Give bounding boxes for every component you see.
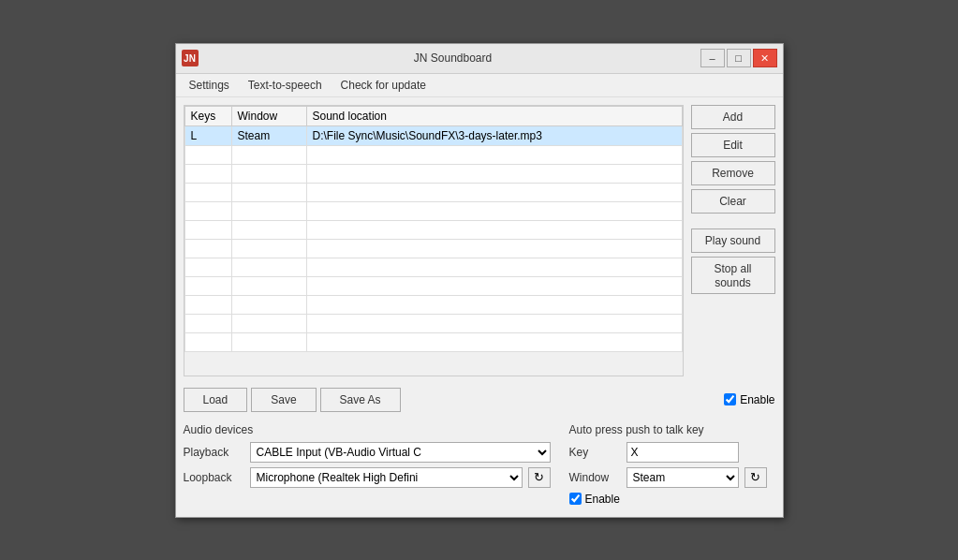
table-cell-window [231,258,306,276]
audio-devices-section: Audio devices Playback CABLE Input (VB-A… [184,423,551,506]
table-cell-window [231,314,306,332]
table-area: Keys Window Sound location LSteamD:\File… [184,105,684,376]
table-cell-sound_location [306,258,682,276]
table-row[interactable] [184,220,682,239]
loopback-row: Loopback Microphone (Realtek High Defini… [184,467,551,488]
enable-area: Enable [724,393,774,406]
table-cell-window [231,332,306,351]
table-row[interactable] [184,295,682,314]
bottom-buttons-row: Load Save Save As Enable [176,384,783,416]
main-window: JN JN Soundboard – □ ✕ Settings Text-to-… [175,43,784,518]
playback-select[interactable]: CABLE Input (VB-Audio Virtual C Default … [250,442,551,463]
play-sound-button[interactable]: Play sound [691,228,775,253]
playback-label: Playback [184,446,244,459]
table-row[interactable] [184,276,682,295]
table-cell-window: Steam [231,125,306,145]
app-icon: JN [182,50,199,66]
table-cell-sound_location: D:\File Sync\Music\SoundFX\3-days-later.… [306,125,682,145]
table-cell-keys [184,145,231,164]
push-key-input[interactable] [626,442,739,463]
edit-button[interactable]: Edit [691,133,775,157]
table-cell-sound_location [306,332,682,351]
table-cell-keys [184,332,231,351]
table-row[interactable] [184,314,682,332]
table-row[interactable] [184,145,682,164]
table-row[interactable] [184,201,682,220]
table-cell-sound_location [306,276,682,295]
table-cell-sound_location [306,183,682,201]
table-cell-keys [184,164,231,183]
close-button[interactable]: ✕ [753,49,777,67]
table-cell-keys [184,239,231,258]
table-row[interactable] [184,332,682,351]
table-row[interactable] [184,164,682,183]
table-cell-keys [184,220,231,239]
table-row[interactable] [184,239,682,258]
remove-button[interactable]: Remove [691,161,775,185]
load-button[interactable]: Load [184,388,248,412]
table-cell-keys [184,183,231,201]
loopback-select[interactable]: Microphone (Realtek High Defini Default [250,467,523,488]
table-row[interactable] [184,258,682,276]
enable-checkbox[interactable] [724,393,736,405]
push-window-refresh-button[interactable]: ↻ [744,467,767,488]
sound-table-wrapper[interactable]: Keys Window Sound location LSteamD:\File… [184,105,684,376]
table-cell-window [231,220,306,239]
save-button[interactable]: Save [251,388,316,412]
table-cell-window [231,239,306,258]
enable-label: Enable [740,393,774,406]
table-cell-keys [184,276,231,295]
auto-push-title: Auto press push to talk key [569,423,775,436]
table-cell-sound_location [306,314,682,332]
audio-devices-title: Audio devices [184,423,551,436]
main-content: Keys Window Sound location LSteamD:\File… [176,97,783,384]
auto-push-section: Auto press push to talk key Key Window S… [569,423,775,506]
push-key-row: Key [569,442,775,463]
push-enable-checkbox[interactable] [569,493,582,505]
table-cell-window [231,164,306,183]
table-cell-window [231,295,306,314]
col-sound-location: Sound location [306,106,682,125]
add-button[interactable]: Add [691,105,775,129]
push-window-row: Window Steam Discord TeamSpeak ↻ [569,467,775,488]
stop-all-sounds-button[interactable]: Stop all sounds [691,257,775,294]
minimize-button[interactable]: – [700,49,725,67]
table-row[interactable] [184,183,682,201]
menu-bar: Settings Text-to-speech Check for update [176,74,783,97]
loopback-refresh-button[interactable]: ↻ [528,467,551,488]
push-key-label: Key [569,446,621,459]
save-as-button[interactable]: Save As [320,388,401,412]
lower-section: Audio devices Playback CABLE Input (VB-A… [176,416,783,517]
menu-tts[interactable]: Text-to-speech [239,76,332,95]
table-row[interactable]: LSteamD:\File Sync\Music\SoundFX\3-days-… [184,125,682,145]
table-cell-keys: L [184,125,231,145]
table-cell-sound_location [306,220,682,239]
menu-settings[interactable]: Settings [180,76,239,95]
maximize-button[interactable]: □ [727,49,751,67]
table-cell-window [231,201,306,220]
table-cell-sound_location [306,201,682,220]
table-cell-keys [184,201,231,220]
clear-button[interactable]: Clear [691,189,775,214]
table-cell-keys [184,314,231,332]
table-cell-window [231,276,306,295]
push-enable-label: Enable [585,493,620,506]
push-window-select[interactable]: Steam Discord TeamSpeak [626,467,739,488]
window-controls: – □ ✕ [700,49,777,67]
table-cell-sound_location [306,295,682,314]
playback-row: Playback CABLE Input (VB-Audio Virtual C… [184,442,551,463]
col-window: Window [231,106,306,125]
loopback-label: Loopback [184,471,244,484]
title-bar: JN JN Soundboard – □ ✕ [176,44,783,74]
push-window-label: Window [569,471,621,484]
push-enable-row: Enable [569,493,775,506]
table-cell-keys [184,258,231,276]
table-cell-sound_location [306,164,682,183]
table-cell-window [231,183,306,201]
menu-check-update[interactable]: Check for update [332,76,435,95]
table-cell-sound_location [306,145,682,164]
window-title: JN Soundboard [206,52,700,65]
table-cell-window [231,145,306,164]
sound-table: Keys Window Sound location LSteamD:\File… [184,106,683,352]
action-buttons: Add Edit Remove Clear Play sound Stop al… [691,105,775,376]
